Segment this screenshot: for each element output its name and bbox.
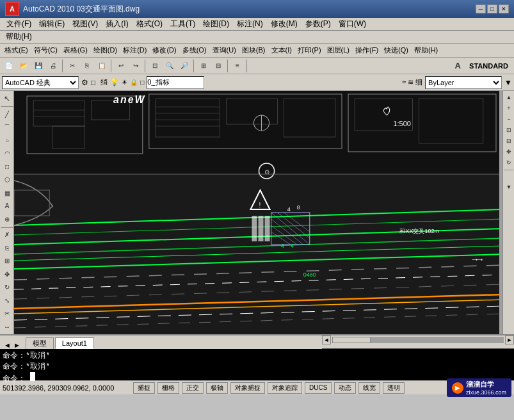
zoom-out-btn[interactable]: 🔎 [177,59,191,73]
snap-btn[interactable]: 捕捉 [133,382,155,394]
grid-btn[interactable]: 栅格 [157,382,179,394]
lt-erase[interactable]: ✗ [1,229,13,241]
lt-line[interactable]: ╱ [1,108,13,120]
lt-trim[interactable]: ✂ [1,307,13,320]
menu-file[interactable]: 文件(F) [3,18,35,30]
lw-btn[interactable]: 线宽 [358,382,380,394]
print-btn[interactable]: 🖨 [46,59,60,73]
ducs-btn[interactable]: DUCS [305,382,332,394]
rt-pan-up[interactable]: ▲ [504,92,514,102]
tab-model[interactable]: 模型 [26,337,54,349]
lt-move[interactable]: ✥ [1,268,13,280]
menu-insert[interactable]: 插入(I) [102,18,132,30]
tb2-symbol[interactable]: 符号(C) [31,45,60,55]
scroll-right-btn[interactable]: ► [505,335,514,344]
redo-btn[interactable]: ↪ [129,59,143,73]
osnap-btn[interactable]: 对象捕捉 [230,382,265,394]
tb2-modify[interactable]: 修改(D) [150,45,179,55]
lt-mirror[interactable]: ⊞ [1,255,13,268]
tb2-dim[interactable]: 标注(D) [120,45,149,55]
tb2-text[interactable]: 文本(I) [269,45,294,55]
canvas-area[interactable]: aneW [14,91,502,334]
properties-btn[interactable]: ⊞ [197,59,211,73]
minimize-button[interactable]: ─ [476,4,486,13]
open-btn[interactable]: 📂 [17,59,31,73]
bylayer-select[interactable]: ByLayer [425,76,502,89]
lt-hatch[interactable]: ▦ [1,186,13,199]
rt-pan-down[interactable]: ▼ [504,182,514,192]
tb2-block[interactable]: 图块(B) [239,45,268,55]
scroll-left-btn[interactable]: ◄ [322,335,331,344]
match-props-btn[interactable]: ⊟ [211,59,225,73]
bylayer-btn[interactable]: ▼ [504,78,512,87]
text-style-btn[interactable]: A [451,59,465,73]
scroll-track[interactable] [332,337,504,343]
zoom-extents-btn[interactable]: ⊡ [148,59,162,73]
tpy-btn[interactable]: 透明 [383,382,405,394]
dyn-btn[interactable]: 动态 [334,382,356,394]
menu-format[interactable]: 格式(O) [133,18,166,30]
ortho-btn[interactable]: 正交 [182,382,204,394]
close-button[interactable]: ✕ [499,4,509,13]
sep2 [111,60,112,72]
menu-view[interactable]: 视图(V) [68,18,102,30]
lt-rotate[interactable]: ↻ [1,281,13,294]
rt-pan[interactable]: ✥ [504,147,514,157]
tb2-qsel[interactable]: 快选(Q) [381,45,411,55]
lt-copy[interactable]: ⎘ [1,241,13,254]
lt-circle[interactable]: ○ [1,134,13,147]
lt-rect[interactable]: □ [1,160,13,173]
tb2-table[interactable]: 表格(G) [61,45,90,55]
rt-zoomin[interactable]: + [504,103,514,113]
tb2-query[interactable]: 查询(U) [210,45,239,55]
layer-input[interactable] [147,76,204,89]
menu-tools[interactable]: 工具(T) [166,18,199,30]
cut-btn[interactable]: ✂ [65,59,79,73]
tb2-mline[interactable]: 多线(O) [180,45,209,55]
new-btn[interactable]: 📄 [2,59,16,73]
menu-edit[interactable]: 编辑(E) [35,18,68,30]
layer-btn[interactable]: ≡ [230,59,245,73]
lt-scale[interactable]: ⤡ [1,294,13,307]
copy-btn[interactable]: ⎘ [80,59,94,73]
tb2-layer[interactable]: 图层(L) [325,45,352,55]
undo-btn[interactable]: ↩ [114,59,128,73]
tb2-print[interactable]: 打印(P) [295,45,324,55]
menu2-help[interactable]: 帮助(H) [3,31,35,43]
workspace-settings-btn[interactable]: ⚙ [81,78,88,87]
tab-prev-btn[interactable]: ◄ [3,341,12,349]
tb2-help[interactable]: 帮助(H) [412,45,440,55]
menu-params[interactable]: 参数(P) [301,18,335,30]
maximize-button[interactable]: □ [487,4,497,13]
menu-dimension[interactable]: 标注(N) [233,18,267,30]
paste-btn[interactable]: 📋 [95,59,109,73]
tab-layout1[interactable]: Layout1 [55,337,94,349]
menu-modify[interactable]: 修改(M) [267,18,301,30]
lt-insert[interactable]: ⊕ [1,213,13,225]
tb2-format[interactable]: 格式(E) [2,45,31,55]
rt-orbit[interactable]: ↻ [504,158,514,168]
otrack-btn[interactable]: 对象追踪 [268,382,302,394]
save-btn[interactable]: 💾 [31,59,45,73]
zoom-in-btn[interactable]: 🔍 [163,59,177,73]
rt-zoomout[interactable]: − [504,114,514,124]
lt-polygon[interactable]: ⬡ [1,174,13,186]
scroll-thumb[interactable] [332,337,371,343]
rt-zoomwin[interactable]: ⊟ [504,136,514,146]
lt-extend[interactable]: ↔ [1,320,13,333]
rt-zoomext[interactable]: ⊡ [504,125,514,135]
lt-arrow[interactable]: ↖ [1,92,13,105]
layer-prefix: 绡 [100,77,108,87]
menu-window[interactable]: 窗口(W) [335,18,370,30]
workspace-select[interactable]: AutoCAD 经典 [2,76,79,89]
lt-text[interactable]: A [1,200,13,213]
workspace-save-btn[interactable]: □ [91,78,95,87]
tab-nav: ◄ ► [3,341,22,349]
lt-arc[interactable]: ◠ [1,147,13,160]
tab-next-btn[interactable]: ► [12,341,22,349]
menu-draw[interactable]: 绘图(D) [199,18,233,30]
tb2-draw[interactable]: 绘图(D) [91,45,120,55]
lt-pline[interactable]: ⌒ [1,121,13,134]
polar-btn[interactable]: 极轴 [206,382,228,394]
tb2-ops[interactable]: 操作(F) [353,45,381,55]
